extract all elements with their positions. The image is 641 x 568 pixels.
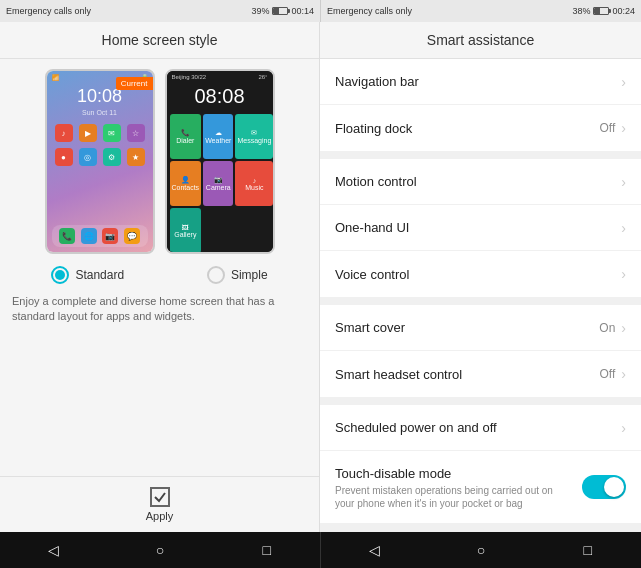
motion-control-right: ›: [621, 174, 626, 190]
smart-headset-value: Off: [600, 367, 616, 381]
dock-browser: 🌐: [81, 228, 97, 244]
std-date: Sun Oct 11: [47, 109, 153, 116]
nav-bars: ◁ ○ □ ◁ ○ □: [0, 532, 641, 568]
left-panel-title: Home screen style: [0, 22, 319, 59]
right-back-btn[interactable]: ◁: [359, 535, 389, 565]
settings-group-4: Scheduled power on and off › Touch-disab…: [320, 405, 641, 523]
left-panel: Home screen style Current 📶🔋 10:08 Sun O…: [0, 22, 320, 532]
right-home-btn[interactable]: ○: [466, 535, 496, 565]
touch-disable-toggle[interactable]: [582, 475, 626, 499]
floating-dock-item[interactable]: Floating dock Off ›: [320, 105, 641, 151]
app-icon-store: ☆: [127, 124, 145, 142]
left-signal: Emergency calls only: [6, 6, 91, 16]
simple-phone-preview[interactable]: Beijing 30/22 26° 08:08 📞Dialer ☁Weather…: [165, 69, 275, 254]
touch-disable-label: Touch-disable mode: [335, 466, 451, 481]
simple-grid: 📞Dialer ☁Weather ✉Messaging 👤Contacts 📷C…: [167, 110, 273, 254]
phone-previews: Current 📶🔋 10:08 Sun Oct 11 ♪ ▶ ✉ ☆: [10, 69, 309, 254]
nav-bar-label: Navigation bar: [335, 74, 419, 89]
apply-section: Apply: [0, 476, 319, 532]
left-nav-bar: ◁ ○ □: [0, 532, 320, 568]
smart-cover-chevron: ›: [621, 320, 626, 336]
toggle-knob: [604, 477, 624, 497]
smart-headset-item[interactable]: Smart headset control Off ›: [320, 351, 641, 397]
standard-phone-preview[interactable]: Current 📶🔋 10:08 Sun Oct 11 ♪ ▶ ✉ ☆: [45, 69, 155, 254]
scheduled-power-label: Scheduled power on and off: [335, 420, 497, 435]
scheduled-power-chevron: ›: [621, 420, 626, 436]
std-icons-row1: ♪ ▶ ✉ ☆: [47, 116, 153, 146]
one-hand-chevron: ›: [621, 220, 626, 236]
apply-label: Apply: [146, 510, 174, 522]
nav-bar-right: ›: [621, 74, 626, 90]
app-icon-app2: ◎: [79, 148, 97, 166]
app-icon-video: ▶: [79, 124, 97, 142]
standard-option[interactable]: Standard: [51, 266, 124, 284]
nav-bar-chevron: ›: [621, 74, 626, 90]
touch-disable-sublabel: Prevent mistaken operations being carrie…: [335, 484, 575, 510]
standard-radio[interactable]: [51, 266, 69, 284]
left-battery-pct: 39%: [251, 6, 269, 16]
voice-control-item[interactable]: Voice control ›: [320, 251, 641, 297]
simple-option[interactable]: Simple: [207, 266, 268, 284]
std-icons-row2: ● ◎ ⚙ ★: [47, 146, 153, 168]
smart-cover-item[interactable]: Smart cover On ›: [320, 305, 641, 351]
floating-dock-chevron: ›: [621, 120, 626, 136]
right-recent-btn[interactable]: □: [573, 535, 603, 565]
left-home-btn[interactable]: ○: [145, 535, 175, 565]
simple-radio[interactable]: [207, 266, 225, 284]
right-battery-pct: 38%: [572, 6, 590, 16]
scheduled-power-right: ›: [621, 420, 626, 436]
simple-label: Simple: [231, 268, 268, 282]
one-hand-right: ›: [621, 220, 626, 236]
one-hand-item[interactable]: One-hand UI ›: [320, 205, 641, 251]
right-time: 00:24: [612, 6, 635, 16]
motion-control-item[interactable]: Motion control ›: [320, 159, 641, 205]
scheduled-power-item[interactable]: Scheduled power on and off ›: [320, 405, 641, 451]
dock-phone: 📞: [59, 228, 75, 244]
touch-disable-item[interactable]: Touch-disable mode Prevent mistaken oper…: [320, 451, 641, 523]
right-battery-icon: [593, 7, 609, 15]
right-signal: Emergency calls only: [327, 6, 412, 16]
floating-dock-right: Off ›: [600, 120, 626, 136]
dock-camera: 📷: [102, 228, 118, 244]
voice-control-chevron: ›: [621, 266, 626, 282]
voice-control-label: Voice control: [335, 267, 409, 282]
style-description: Enjoy a complete and diverse home screen…: [10, 294, 309, 325]
smart-headset-label: Smart headset control: [335, 367, 462, 382]
style-options: Standard Simple: [10, 266, 309, 284]
right-status-bar: Emergency calls only 38% 00:24: [321, 0, 641, 22]
tile-weather: ☁Weather: [203, 114, 233, 159]
left-battery-icon: [272, 7, 288, 15]
smart-cover-label: Smart cover: [335, 320, 405, 335]
tile-dialer: 📞Dialer: [170, 114, 202, 159]
left-time: 00:14: [291, 6, 314, 16]
tile-music: ♪Music: [235, 161, 273, 206]
app-icon-music: ♪: [55, 124, 73, 142]
right-nav-bar: ◁ ○ □: [320, 532, 641, 568]
smart-cover-right: On ›: [599, 320, 626, 336]
simple-temp: 26°: [258, 74, 267, 80]
dock-sms: 💬: [124, 228, 140, 244]
smart-cover-value: On: [599, 321, 615, 335]
tile-camera: 📷Camera: [203, 161, 233, 206]
app-icon-app1: ●: [55, 148, 73, 166]
voice-control-right: ›: [621, 266, 626, 282]
settings-group-1: Navigation bar › Floating dock Off ›: [320, 59, 641, 151]
left-status-bar: Emergency calls only 39% 00:14: [0, 0, 321, 22]
motion-control-chevron: ›: [621, 174, 626, 190]
simple-status: Beijing 30/22 26°: [167, 71, 273, 83]
motion-control-label: Motion control: [335, 174, 417, 189]
right-panel: Smart assistance Navigation bar › Floati…: [320, 22, 641, 532]
left-recent-btn[interactable]: □: [252, 535, 282, 565]
left-back-btn[interactable]: ◁: [38, 535, 68, 565]
simple-date: Beijing 30/22: [172, 74, 207, 80]
nav-bar-item[interactable]: Navigation bar ›: [320, 59, 641, 105]
tile-msg: ✉Messaging: [235, 114, 273, 159]
smart-headset-right: Off ›: [600, 366, 626, 382]
current-badge: Current: [116, 77, 153, 90]
smart-headset-chevron: ›: [621, 366, 626, 382]
one-hand-label: One-hand UI: [335, 220, 409, 235]
home-style-content: Current 📶🔋 10:08 Sun Oct 11 ♪ ▶ ✉ ☆: [0, 59, 319, 476]
right-panel-title: Smart assistance: [320, 22, 641, 59]
apply-checkbox[interactable]: [150, 487, 170, 507]
std-dock: 📞 🌐 📷 💬: [52, 225, 148, 247]
